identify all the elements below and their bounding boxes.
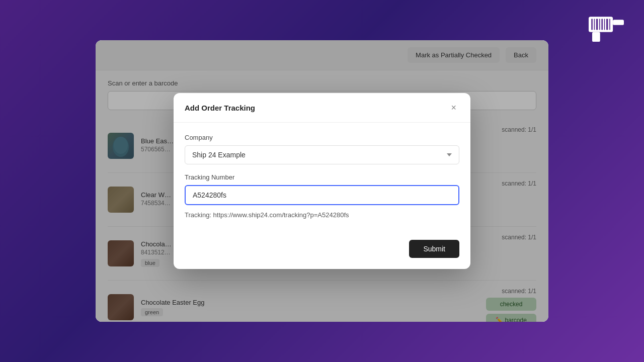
modal-close-button[interactable]: × — [448, 102, 459, 113]
tracking-number-label: Tracking Number — [185, 173, 459, 181]
app-container: Mark as Partially Checked Back Scan or e… — [96, 40, 548, 322]
svg-rect-11 — [609, 19, 610, 30]
add-order-tracking-modal: Add Order Tracking × Company Ship 24 Exa… — [174, 93, 470, 269]
app-logo-icon — [584, 10, 629, 45]
submit-button[interactable]: Submit — [409, 240, 459, 258]
svg-rect-4 — [591, 19, 593, 30]
tracking-url-text: Tracking: https://www.ship24.com/trackin… — [185, 211, 459, 219]
svg-rect-2 — [613, 20, 624, 25]
modal-overlay: Add Order Tracking × Company Ship 24 Exa… — [96, 40, 548, 322]
modal-header: Add Order Tracking × — [174, 93, 470, 123]
logo-area — [584, 10, 634, 50]
company-select[interactable]: Ship 24 Example DHL FedEx UPS — [185, 145, 459, 164]
svg-rect-5 — [594, 19, 595, 30]
modal-footer: Submit — [174, 240, 470, 269]
tracking-number-input[interactable] — [185, 185, 459, 205]
svg-rect-10 — [606, 19, 608, 30]
svg-rect-3 — [592, 32, 600, 42]
svg-rect-9 — [604, 19, 605, 30]
modal-title: Add Order Tracking — [185, 104, 255, 112]
svg-rect-7 — [599, 19, 600, 30]
modal-body: Company Ship 24 Example DHL FedEx UPS Tr… — [174, 123, 470, 240]
svg-rect-6 — [596, 19, 598, 30]
company-label: Company — [185, 134, 459, 141]
svg-rect-8 — [601, 19, 603, 30]
